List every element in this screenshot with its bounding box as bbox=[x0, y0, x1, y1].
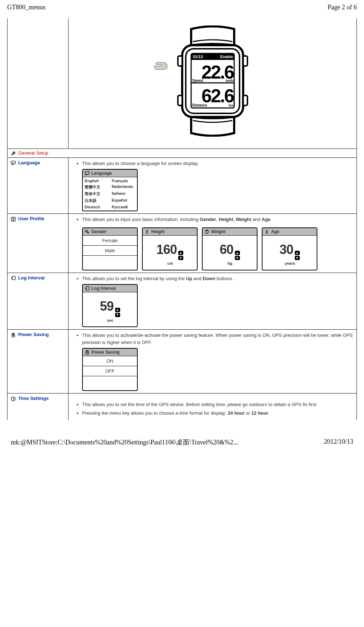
battery-icon bbox=[10, 333, 16, 338]
svg-rect-29 bbox=[12, 276, 15, 280]
user-profile-right: This allows you to input your basic info… bbox=[68, 214, 357, 273]
svg-point-0 bbox=[164, 64, 166, 66]
svg-point-26 bbox=[147, 230, 148, 231]
svg-rect-36 bbox=[86, 351, 89, 354]
time-settings-bullet-2: Pressing the menu key allows you to choo… bbox=[82, 410, 354, 417]
clock-icon bbox=[10, 396, 16, 401]
doc-title: GT800_menus bbox=[7, 4, 46, 11]
footer-date: 2012/10/13 bbox=[324, 438, 353, 447]
log-interval-left: Log Interval bbox=[8, 273, 68, 330]
watch-figure-cell: 01/13 Enable 22.6 Speed km/h 62.6 Distan… bbox=[68, 18, 357, 149]
speech-bubble-icon bbox=[10, 160, 16, 165]
svg-rect-22 bbox=[85, 171, 89, 174]
page-header: GT800_menus Page 2 of 6 bbox=[7, 4, 357, 11]
power-saving-label: Power Saving bbox=[18, 332, 49, 337]
pointing-hand-icon bbox=[153, 60, 168, 70]
svg-point-24 bbox=[13, 218, 14, 219]
language-right: This allows you to choose a language for… bbox=[68, 157, 357, 214]
svg-rect-37 bbox=[87, 350, 88, 350]
time-settings-right: This allows you to set the time of the G… bbox=[68, 393, 357, 420]
svg-point-28 bbox=[266, 230, 268, 231]
speech-bubble-icon bbox=[84, 171, 90, 176]
user-profile-label: User Profile bbox=[18, 216, 44, 221]
content-table: 01/13 Enable 22.6 Speed km/h 62.6 Distan… bbox=[7, 18, 357, 420]
log-interval-label: Log Interval bbox=[18, 275, 45, 280]
svg-rect-35 bbox=[13, 335, 14, 336]
svg-rect-34 bbox=[13, 335, 14, 335]
wrench-icon bbox=[10, 151, 16, 156]
general-setup-label: General Setup bbox=[18, 150, 48, 156]
svg-rect-33 bbox=[13, 334, 14, 334]
svg-rect-38 bbox=[86, 352, 88, 352]
svg-point-20 bbox=[13, 162, 13, 162]
svg-point-25 bbox=[85, 230, 88, 232]
svg-text:Enable: Enable bbox=[220, 55, 233, 59]
watch-svg: 01/13 Enable 22.6 Speed km/h 62.6 Distan… bbox=[171, 25, 254, 137]
time-settings-bullet-1: This allows you to set the time of the G… bbox=[82, 401, 354, 408]
footer-path: mk:@MSITStore:C:\Documents%20and%20Setti… bbox=[11, 438, 238, 447]
user-profile-left: User Profile bbox=[8, 214, 68, 273]
height-icon bbox=[144, 229, 150, 234]
user-icon bbox=[10, 217, 16, 222]
svg-rect-4 bbox=[178, 95, 182, 105]
section-general-setup: General Setup bbox=[8, 149, 357, 158]
log-interval-right: This allows you to set the log interval … bbox=[68, 273, 357, 330]
weight-icon bbox=[204, 229, 210, 234]
svg-point-21 bbox=[14, 162, 14, 162]
log-interval-icon bbox=[84, 286, 90, 291]
power-saving-left: Power Saving bbox=[8, 330, 68, 393]
language-left: Language bbox=[8, 157, 68, 214]
svg-text:Distance: Distance bbox=[192, 103, 207, 107]
svg-text:km/h: km/h bbox=[226, 79, 233, 82]
svg-text:km: km bbox=[228, 104, 233, 107]
svg-rect-30 bbox=[86, 287, 89, 290]
svg-rect-32 bbox=[13, 333, 14, 333]
time-settings-label: Time Settings bbox=[18, 396, 49, 401]
time-settings-left: Time Settings bbox=[8, 393, 68, 420]
language-label: Language bbox=[18, 160, 40, 165]
svg-point-27 bbox=[207, 230, 208, 231]
language-screen: Language English Français 繁體中文 Nederland… bbox=[82, 169, 138, 211]
power-saving-screen: Power Saving ON OFF bbox=[82, 348, 138, 391]
svg-text:Speed: Speed bbox=[192, 79, 203, 82]
power-saving-bullet: This allows you to activate/de-activate … bbox=[82, 332, 354, 346]
gender-icon bbox=[84, 229, 90, 234]
watch-illustration: 01/13 Enable 22.6 Speed km/h 62.6 Distan… bbox=[171, 25, 254, 138]
svg-rect-5 bbox=[243, 56, 247, 66]
page-footer: mk:@MSITStore:C:\Documents%20and%20Setti… bbox=[7, 438, 357, 447]
height-screen: Height 160▲▼ cm bbox=[142, 227, 198, 270]
log-interval-screen: Log Log IntervalInterval 59▲▼ sec bbox=[82, 284, 138, 327]
power-saving-right: This allows you to activate/de-activate … bbox=[68, 330, 357, 393]
age-icon bbox=[264, 229, 270, 234]
page-number: Page 2 of 6 bbox=[328, 4, 357, 11]
empty-left bbox=[8, 18, 68, 149]
svg-rect-6 bbox=[243, 95, 247, 105]
svg-text:01/13: 01/13 bbox=[193, 55, 203, 59]
user-profile-bullet: This allows you to input your basic info… bbox=[82, 216, 354, 223]
svg-point-19 bbox=[12, 162, 13, 162]
language-bullet: This allows you to choose a language for… bbox=[82, 160, 354, 167]
svg-rect-39 bbox=[86, 353, 88, 353]
gender-screen: Gender Female Male bbox=[82, 227, 138, 270]
age-screen: Age 30▲▼ years bbox=[262, 227, 317, 270]
weight-screen: Weight 60▲▼ kg bbox=[202, 227, 257, 270]
battery-icon bbox=[84, 350, 90, 355]
svg-rect-3 bbox=[178, 56, 182, 66]
log-interval-icon bbox=[10, 275, 16, 280]
log-interval-bullet: This allows you to set the log interval … bbox=[82, 275, 354, 282]
